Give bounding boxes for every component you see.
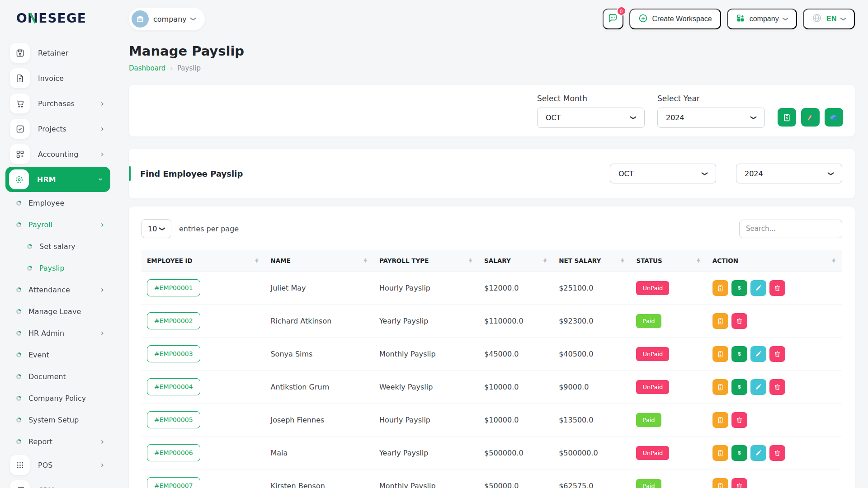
row-actions: $$ (707, 371, 842, 404)
column-header-salary[interactable]: SALARY▲▼ (479, 250, 553, 272)
column-header-payroll-type[interactable]: PAYROLL TYPE▲▼ (374, 250, 479, 272)
delete-button[interactable] (731, 313, 747, 329)
sidebar-item-set-salary[interactable]: Set salary (0, 235, 116, 257)
pay-button[interactable]: $ (731, 346, 747, 362)
language-selector[interactable]: EN ❯ (803, 9, 855, 29)
column-header-action[interactable]: ACTION▲▼ (707, 250, 842, 272)
messages-badge: 0 (617, 6, 626, 16)
sidebar-item-purchases[interactable]: Purchases› (0, 91, 116, 116)
sidebar-item-employee[interactable]: Employee (0, 192, 116, 214)
column-header-net-salary[interactable]: NET SALARY▲▼ (553, 250, 631, 272)
column-label: EMPLOYEE ID (147, 257, 193, 264)
workspace-label: company (153, 15, 187, 23)
sidebar-item-event[interactable]: Event (0, 344, 116, 366)
delete-button[interactable] (769, 379, 785, 395)
chevron-down-icon: ❯ (702, 171, 708, 176)
column-header-name[interactable]: NAME▲▼ (265, 250, 373, 272)
sort-icon[interactable]: ▲▼ (543, 258, 546, 263)
edit-button[interactable] (750, 280, 766, 296)
sidebar-item-company-policy[interactable]: Company Policy (0, 387, 116, 409)
sidebar-item-projects[interactable]: Projects› (0, 116, 116, 141)
sidebar-item-hrm[interactable]: HRM› (5, 167, 110, 192)
employee-id-link[interactable]: #EMP00002 (147, 312, 200, 329)
pay-button[interactable]: $ (731, 280, 747, 296)
edit-button[interactable] (750, 346, 766, 362)
month-select[interactable]: OCT ❯ (537, 108, 645, 128)
payslip-button[interactable]: $ (712, 313, 728, 329)
payslip-button[interactable]: $ (712, 346, 728, 362)
column-header-employee-id[interactable]: EMPLOYEE ID▲▼ (142, 250, 265, 272)
sidebar-item-crm[interactable]: CRM› (0, 478, 116, 488)
sidebar-item-report[interactable]: Report› (0, 431, 116, 452)
delete-button[interactable] (769, 445, 785, 461)
sidebar-item-label: Set salary (39, 242, 75, 251)
sidebar-item-retainer[interactable]: Retainer (0, 40, 116, 66)
year-select[interactable]: 2024 ❯ (657, 108, 765, 128)
sidebar-nav: RetainerInvoicePurchases›Projects›Accoun… (0, 40, 116, 488)
sidebar-item-label: System Setup (28, 416, 79, 424)
employee-id-link[interactable]: #EMP00005 (147, 411, 200, 428)
find-month-select[interactable]: OCT ❯ (610, 164, 716, 183)
find-year-select[interactable]: 2024 ❯ (736, 164, 842, 183)
sidebar-item-payroll[interactable]: Payroll› (0, 214, 116, 235)
sidebar-item-hr-admin[interactable]: HR Admin› (0, 322, 116, 344)
payslip-button[interactable]: $ (712, 412, 728, 428)
sidebar-item-label: Event (28, 351, 49, 359)
payslip-icon: $ (717, 350, 724, 358)
delete-button[interactable] (731, 478, 747, 488)
delete-button[interactable] (769, 346, 785, 362)
sidebar-item-accounting[interactable]: Accounting› (0, 141, 116, 167)
sidebar-item-invoice[interactable]: Invoice (0, 66, 116, 91)
edit-icon (755, 383, 762, 391)
sort-icon[interactable]: ▲▼ (621, 258, 623, 263)
pen-icon (806, 113, 815, 122)
employee-id-link[interactable]: #EMP00004 (147, 378, 200, 395)
entries-per-page-label: entries per page (179, 225, 239, 233)
sidebar-item-payslip[interactable]: Payslip (0, 257, 116, 279)
employee-id-link[interactable]: #EMP00007 (147, 477, 200, 488)
sort-icon[interactable]: ▲▼ (469, 258, 472, 263)
chevron-down-icon: ❯ (828, 171, 835, 176)
sort-icon[interactable]: ▲▼ (832, 258, 835, 263)
edit-payslips-button[interactable] (801, 108, 820, 127)
delete-button[interactable] (769, 280, 785, 296)
breadcrumb-dashboard-link[interactable]: Dashboard (129, 64, 165, 72)
sidebar-item-pos[interactable]: POS› (0, 452, 116, 478)
edit-button[interactable] (750, 379, 766, 395)
messages-button[interactable]: 0 (603, 9, 623, 29)
sidebar-item-manage-leave[interactable]: Manage Leave (0, 300, 116, 322)
projects-icon (10, 119, 30, 139)
sidebar-item-attendance[interactable]: Attendance› (0, 279, 116, 300)
delete-icon (774, 350, 781, 358)
payslip-button[interactable]: $ (712, 478, 728, 488)
payslip-button[interactable]: $ (712, 445, 728, 461)
employee-id-link[interactable]: #EMP00003 (147, 345, 200, 362)
filter-action-buttons: $ (778, 108, 843, 127)
edit-button[interactable] (750, 445, 766, 461)
chevron-right-icon: › (101, 437, 104, 446)
sidebar-item-document[interactable]: Document (0, 366, 116, 387)
invoice-icon (10, 68, 30, 88)
pay-button[interactable]: $ (731, 379, 747, 395)
sidebar-item-system-setup[interactable]: System Setup (0, 409, 116, 431)
row-actions: $ (707, 305, 842, 338)
entries-per-page-select[interactable]: 10 ❯ (142, 219, 171, 238)
search-input[interactable] (739, 220, 842, 238)
create-workspace-button[interactable]: Create Workspace (629, 9, 721, 29)
column-header-status[interactable]: STATUS▲▼ (631, 250, 707, 272)
sort-icon[interactable]: ▲▼ (255, 258, 258, 263)
sort-icon[interactable]: ▲▼ (697, 258, 700, 263)
delete-button[interactable] (731, 412, 747, 428)
pay-button[interactable]: $ (731, 445, 747, 461)
payslip-button[interactable]: $ (712, 280, 728, 296)
employee-id-link[interactable]: #EMP00006 (147, 444, 200, 461)
table-row: #EMP00002Richard AtkinsonYearly Payslip$… (142, 305, 842, 338)
payroll-type: Monthly Payslip (374, 338, 479, 371)
export-payslips-button[interactable] (825, 108, 843, 127)
sort-icon[interactable]: ▲▼ (364, 258, 367, 263)
payslip-button[interactable]: $ (712, 379, 728, 395)
employee-id-link[interactable]: #EMP00001 (147, 279, 200, 296)
workspace-selector[interactable]: company ❯ (129, 8, 205, 30)
company-menu-button[interactable]: company ❯ (727, 9, 797, 29)
bulk-payslip-button[interactable]: $ (778, 108, 796, 127)
